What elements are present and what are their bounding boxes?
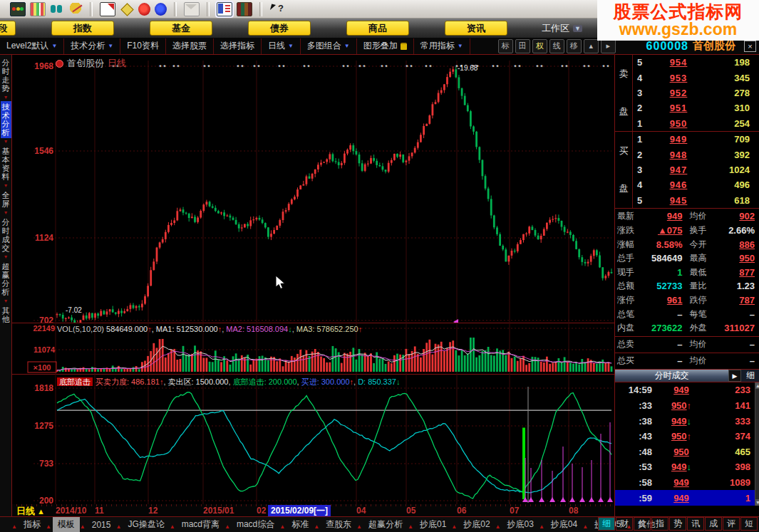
sidebar-item-5[interactable]: 超赢分析	[1, 261, 11, 298]
red-dot-icon[interactable]	[56, 60, 63, 68]
kline-pane[interactable]: 196815461124702* ** ** ** ** ** ** ** **…	[12, 55, 614, 323]
menu-item-8[interactable]: 常用指标▼	[414, 38, 470, 54]
nav-box-1[interactable]: ▸	[601, 39, 616, 53]
nav-box-0[interactable]: ▴	[584, 39, 599, 53]
sell-row-0[interactable]: 5954198	[633, 55, 759, 70]
scroll-up-icon[interactable]: ▲	[755, 382, 759, 389]
kline-chart[interactable]: 196815461124702* ** ** ** ** ** ** ** **…	[12, 55, 614, 323]
sidebar-item-4[interactable]: 分时成交	[1, 217, 11, 254]
quote-tab-5[interactable]: 讯	[687, 517, 704, 531]
tick-price: 950	[652, 447, 711, 457]
buy-row-2[interactable]: 39471024	[633, 162, 759, 177]
buy-row-0[interactable]: 1949709	[633, 132, 759, 147]
date-label-8[interactable]: 06	[457, 506, 466, 516]
bottom-tab-3[interactable]: JG操盘论	[123, 517, 169, 532]
tool-button-0[interactable]: 标	[498, 39, 513, 53]
diamond-icon[interactable]	[120, 3, 134, 16]
indtext-seg-4: 卖出区: 1500.000	[168, 377, 229, 386]
date-label-9[interactable]: 07	[510, 506, 519, 516]
tool-button-2[interactable]: 权	[532, 39, 547, 53]
date-label-4[interactable]: 02	[257, 506, 266, 516]
market-tab-0[interactable]: 指数	[51, 21, 114, 36]
sidebar-item-1[interactable]: 技术分析	[1, 101, 11, 138]
scroll-down-icon[interactable]: ▼	[755, 499, 759, 506]
bottom-tab-11[interactable]: 抄底03	[502, 517, 539, 532]
sell-row-3[interactable]: 2951310	[633, 100, 759, 115]
flag-chart-icon[interactable]	[100, 2, 115, 16]
red-badge-icon[interactable]	[138, 3, 150, 16]
date-label-6[interactable]: 04	[356, 506, 366, 516]
close-icon[interactable]: ×	[744, 41, 756, 52]
bottom-tab-5[interactable]: macd综合	[232, 517, 279, 532]
indicator-pane[interactable]: 18181275733200	[12, 374, 614, 505]
buy-row-3[interactable]: 4946496	[633, 177, 759, 192]
bottom-tab-8[interactable]: 超赢分析	[363, 517, 408, 532]
sidebar-item-0[interactable]: 分时走势	[1, 57, 11, 94]
color-bars-icon[interactable]	[30, 2, 46, 16]
quote-tab-8[interactable]: 短	[740, 517, 758, 531]
binoculars-icon[interactable]	[50, 3, 64, 16]
workspace-menu[interactable]: 工作区 ▼	[542, 22, 582, 35]
quote-tab-0[interactable]: 细	[598, 517, 615, 531]
menu-item-6[interactable]: 多图组合▼	[301, 38, 357, 54]
mail-icon[interactable]	[184, 2, 200, 16]
date-label-3[interactable]: 2015/01	[203, 506, 234, 516]
bottom-tab-10[interactable]: 抄底02	[458, 517, 495, 532]
market-tab-3[interactable]: 商品	[346, 21, 409, 36]
menu-item-7[interactable]: 图形叠加	[357, 38, 414, 54]
sell-row-4[interactable]: 1950254	[633, 116, 759, 131]
bottom-tab-9[interactable]: 抄底01	[415, 517, 451, 532]
quote-tab-7[interactable]: 评	[723, 517, 740, 531]
help-cursor-icon[interactable]	[269, 3, 284, 16]
date-label-2[interactable]: 12	[148, 506, 158, 516]
bottom-tab-12[interactable]: 抄底04	[546, 517, 582, 532]
sidebar-item-2[interactable]: 基本资料	[1, 145, 11, 182]
menu-item-3[interactable]: 选择股票	[166, 38, 214, 54]
blue-badge-icon[interactable]	[155, 3, 167, 16]
sell-row-2[interactable]: 3952278	[633, 85, 759, 100]
bottom-tab-6[interactable]: 标准	[286, 517, 314, 532]
time-axis[interactable]: 日线 ▲ 2014/1011122015/01022015/02/09[一]04…	[12, 504, 614, 517]
quote-tab-1[interactable]: 财	[616, 517, 633, 531]
bottom-tab-4[interactable]: macd背离	[177, 517, 224, 532]
bottom-tab-0[interactable]: 指标	[19, 517, 46, 532]
menu-item-5[interactable]: 日线▼	[262, 38, 301, 54]
quote-tab-2[interactable]: 价	[634, 517, 651, 531]
menu-item-4[interactable]: 选择指标	[214, 38, 262, 54]
date-label-1[interactable]: 11	[95, 506, 104, 516]
date-label-selected[interactable]: 2015/02/09[一]	[268, 505, 331, 517]
menu-item-0[interactable]: Level2默认▼	[0, 38, 64, 54]
market-tab-2[interactable]: 债券	[248, 21, 311, 36]
play-icon[interactable]: ▶	[728, 370, 741, 382]
tool-button-1[interactable]: 田	[515, 39, 530, 53]
market-tab-1[interactable]: 基金	[150, 21, 212, 36]
date-label-0[interactable]: 2014/10	[56, 506, 86, 516]
buy-row-1[interactable]: 2948392	[633, 147, 759, 162]
sidebar-item-3[interactable]: 全屏	[1, 189, 11, 209]
tool-button-4[interactable]: 移	[567, 39, 582, 53]
layout-panel-icon[interactable]	[217, 2, 232, 16]
svg-text:1275: 1275	[34, 421, 53, 431]
menu-item-1[interactable]: 技术分析▼	[64, 38, 120, 54]
tick-scrollbar[interactable]: ▲ ▼	[755, 382, 759, 506]
bottom-tab-1[interactable]: 模板	[53, 517, 80, 532]
bell-icon[interactable]	[68, 3, 83, 16]
bottom-tab-2[interactable]: 2015	[87, 518, 116, 531]
tick-detail-link[interactable]: 细	[741, 370, 759, 382]
market-tab-partial[interactable]: 段	[0, 21, 16, 36]
sidebar-item-6[interactable]: 其他	[1, 305, 11, 325]
quote-tab-3[interactable]: 指	[651, 517, 668, 531]
sell-row-1[interactable]: 4953345	[633, 71, 759, 85]
bottom-tab-7[interactable]: 查股东	[321, 517, 356, 532]
quote-tab-4[interactable]: 势	[669, 517, 686, 531]
market-tab-4[interactable]: 资讯	[445, 21, 507, 36]
menu-item-2[interactable]: F10资料	[120, 38, 166, 54]
date-label-10[interactable]: 08	[569, 506, 578, 516]
bottom-indicator-chart[interactable]: 18181275733200	[12, 374, 614, 504]
buy-row-4[interactable]: 5945618	[633, 193, 759, 208]
tool-button-3[interactable]: 线	[549, 39, 564, 53]
traffic-light-icon[interactable]	[10, 2, 26, 16]
date-label-7[interactable]: 05	[406, 506, 415, 516]
quote-tab-6[interactable]: 成	[705, 517, 722, 531]
books-icon[interactable]	[237, 2, 252, 16]
